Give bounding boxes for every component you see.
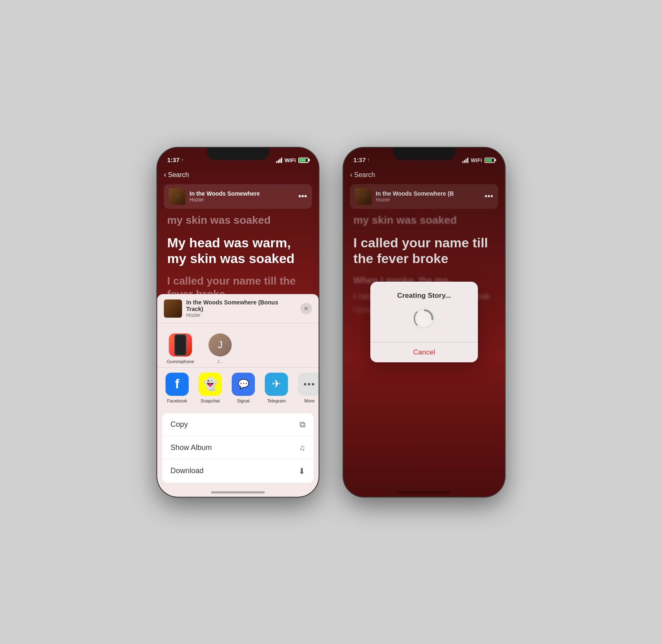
- lyrics-1: my skin was soaked My head was warm, my …: [167, 214, 309, 301]
- download-action[interactable]: Download ⬇: [162, 460, 314, 483]
- dialog-overlay-2: Creating Story... Cancel: [343, 148, 505, 497]
- lyric-prev-1: my skin was soaked: [167, 214, 309, 227]
- dialog-title: Creating Story...: [379, 292, 470, 300]
- share-apps-icon-row: f Facebook 👻 Snapchat 💬 Signal ✈ Telegra…: [157, 371, 319, 405]
- phone-1-screen: 1:37 ↑ WiFi ‹ Search: [157, 148, 319, 497]
- share-app-more[interactable]: ••• More: [293, 373, 319, 403]
- home-indicator-1: [211, 491, 265, 493]
- phone-1: 1:37 ↑ WiFi ‹ Search: [157, 148, 319, 497]
- share-artist-1: Hozier: [186, 312, 296, 318]
- show-album-icon: ♫: [299, 443, 305, 452]
- dialog-spinner: [414, 308, 434, 329]
- phone-2: 1:37 ↑ WiFi ‹ Search: [343, 148, 505, 497]
- gummiphone-icon: [169, 333, 192, 357]
- status-right-1: WiFi: [276, 157, 309, 163]
- share-person-gummiphone[interactable]: Gummiphone: [164, 333, 197, 364]
- person-j-avatar: J: [209, 333, 232, 357]
- share-app-snapchat[interactable]: 👻 Snapchat: [194, 373, 227, 403]
- back-button-1[interactable]: ‹ Search: [164, 170, 189, 179]
- status-left-1: 1:37 ↑: [167, 156, 184, 163]
- share-album-art-1: [164, 299, 182, 318]
- gummiphone-label: Gummiphone: [167, 359, 194, 364]
- mini-album-art-1: 🎵: [169, 188, 185, 205]
- mini-player-1[interactable]: 🎵 In the Woods Somewhere Hozier •••: [164, 184, 312, 209]
- download-icon: ⬇: [298, 466, 305, 476]
- telegram-icon: ✈: [265, 373, 288, 396]
- share-sheet-1: In the Woods Somewhere (Bonus Track) Hoz…: [157, 294, 319, 497]
- copy-label: Copy: [170, 420, 188, 429]
- dialog-cancel-button[interactable]: Cancel: [370, 342, 478, 362]
- dialog-spinner-cover: [417, 311, 432, 326]
- share-people-row-1: Gummiphone J J...: [157, 330, 319, 368]
- lyric-current-1: My head was warm, my skin was soaked: [167, 235, 309, 267]
- more-icon: •••: [298, 373, 319, 396]
- share-person-j[interactable]: J J...: [204, 333, 237, 364]
- share-close-button-1[interactable]: ✕: [300, 303, 312, 314]
- share-header-1: In the Woods Somewhere (Bonus Track) Hoz…: [157, 294, 319, 323]
- copy-action[interactable]: Copy ⧉: [162, 413, 314, 436]
- home-indicator-2: [397, 491, 451, 493]
- share-apps-row-1: Gummiphone J J... f Facebook 👻 Sn: [157, 323, 319, 412]
- battery-icon-1: [298, 158, 309, 163]
- nav-bar-1: ‹ Search: [157, 166, 319, 184]
- location-icon-1: ↑: [181, 157, 184, 162]
- signal-icon-app: 💬: [232, 373, 255, 396]
- back-arrow-1: ‹: [164, 170, 166, 179]
- telegram-label: Telegram: [267, 398, 285, 403]
- dialog-content: Creating Story...: [370, 282, 478, 342]
- gummiphone-display: [169, 333, 192, 357]
- share-app-telegram[interactable]: ✈ Telegram: [260, 373, 293, 403]
- copy-icon: ⧉: [300, 420, 305, 429]
- mini-title-1: In the Woods Somewhere: [189, 190, 294, 197]
- share-app-signal[interactable]: 💬 Signal: [227, 373, 260, 403]
- facebook-label: Facebook: [167, 398, 187, 403]
- facebook-icon: f: [166, 373, 189, 396]
- share-song-title-1: In the Woods Somewhere (Bonus Track): [186, 299, 296, 312]
- creating-story-dialog: Creating Story... Cancel: [370, 282, 478, 362]
- snapchat-icon: 👻: [199, 373, 222, 396]
- share-app-facebook[interactable]: f Facebook: [161, 373, 194, 403]
- show-album-label: Show Album: [170, 443, 212, 452]
- signal-icon-1: [276, 158, 282, 163]
- mini-album-inner-1: 🎵: [169, 188, 185, 205]
- mini-more-button-1[interactable]: •••: [298, 192, 307, 201]
- notch-1: [207, 148, 269, 160]
- battery-fill-1: [300, 159, 306, 162]
- gummiphone-inner: [174, 334, 187, 356]
- time-1: 1:37: [167, 156, 180, 163]
- phone-2-screen: 1:37 ↑ WiFi ‹ Search: [343, 148, 505, 497]
- show-album-action[interactable]: Show Album ♫: [162, 436, 314, 460]
- wifi-icon-1: WiFi: [285, 157, 296, 163]
- more-label: More: [304, 398, 314, 403]
- signal-label: Signal: [237, 398, 250, 403]
- person-j-label: J...: [217, 359, 223, 364]
- mini-artist-1: Hozier: [189, 197, 294, 203]
- share-info-1: In the Woods Somewhere (Bonus Track) Hoz…: [186, 299, 296, 318]
- snapchat-label: Snapchat: [201, 398, 220, 403]
- back-label-1: Search: [168, 171, 189, 179]
- mini-info-1: In the Woods Somewhere Hozier: [189, 190, 294, 203]
- download-label: Download: [170, 467, 204, 475]
- share-actions-1: Copy ⧉ Show Album ♫ Download ⬇: [162, 413, 314, 483]
